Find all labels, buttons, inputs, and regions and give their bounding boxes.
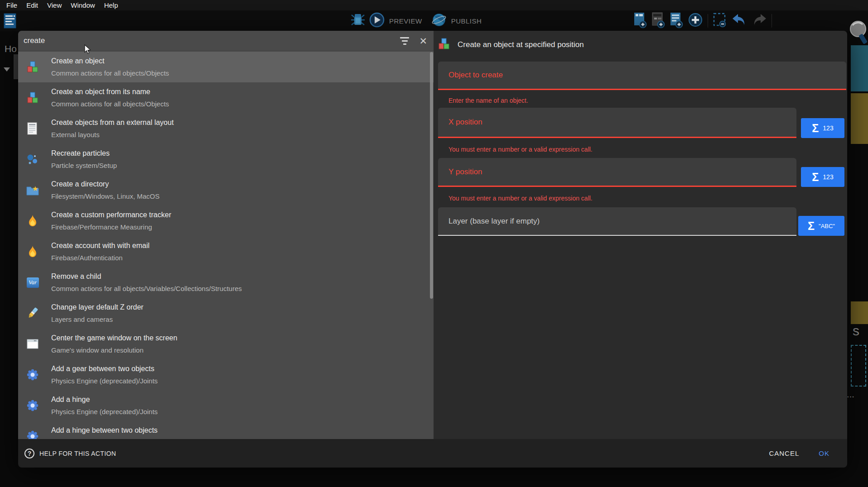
particles-icon — [26, 153, 39, 166]
background-olive-block — [851, 93, 868, 144]
object-to-create-label: Object to create — [448, 71, 503, 80]
result-title: Create an object — [51, 56, 169, 66]
app-window: File Edit View Window Help — [0, 0, 868, 487]
object-helper-text: Enter the name of an object. — [448, 97, 528, 104]
toolbar-center: PREVIEW PUBLISH — [351, 10, 486, 31]
background-olive-block — [851, 301, 868, 324]
action-search-panel: create ✕ Create an object Common actions… — [18, 31, 434, 439]
undo-icon[interactable] — [732, 13, 747, 29]
cancel-button[interactable]: CANCEL — [769, 449, 799, 457]
debugger-icon[interactable] — [351, 13, 365, 29]
help-label: HELP FOR THIS ACTION — [39, 450, 116, 457]
x-error-text: You must enter a number or a valid expre… — [448, 146, 593, 153]
remove-external-layout-icon[interactable] — [713, 12, 727, 29]
result-title: Create a custom performance tracker — [51, 210, 171, 220]
menu-edit[interactable]: Edit — [22, 0, 43, 10]
result-title: Create an object from its name — [51, 87, 169, 96]
project-manager-icon[interactable] — [3, 13, 18, 32]
layer-zorder-icon — [26, 307, 39, 320]
object-to-create-field[interactable]: Object to create — [438, 62, 846, 90]
firebase-icon — [26, 215, 39, 227]
objects-cubes-icon — [438, 38, 450, 52]
result-title: Change layer default Z order — [51, 302, 144, 312]
result-subtitle: Common actions for all objects/Variables… — [51, 284, 242, 293]
toolbar-right — [633, 10, 772, 31]
result-subtitle: External layouts — [51, 130, 174, 139]
publish-icon[interactable] — [431, 12, 447, 29]
menu-file[interactable]: File — [2, 0, 22, 10]
layer-expression-button[interactable]: Σ "ABC" — [798, 216, 844, 236]
search-result-item[interactable]: Create account with with email Firebase/… — [18, 236, 434, 267]
search-result-item[interactable]: Recreate particles Particle system/Setup — [18, 144, 434, 175]
result-subtitle: Firebase/Performance Measuring — [51, 222, 171, 232]
x-position-field[interactable]: X position — [438, 108, 796, 138]
result-title: Center the game window on the screen — [51, 333, 177, 343]
result-subtitle: Physics Engine (deprecated)/Joints — [51, 407, 158, 416]
result-title: Create objects from an external layout — [51, 118, 174, 127]
search-input[interactable]: create — [24, 36, 400, 45]
close-icon[interactable]: ✕ — [419, 36, 427, 46]
x-expression-button[interactable]: Σ 123 — [801, 118, 844, 138]
home-tab-partial: Ho — [5, 43, 17, 54]
dialog-footer: ? HELP FOR THIS ACTION CANCEL OK — [18, 439, 847, 468]
add-scene-icon[interactable] — [633, 12, 647, 30]
menu-view[interactable]: View — [43, 0, 66, 10]
chevron-down-icon — [4, 67, 10, 72]
search-header: create ✕ — [18, 31, 434, 51]
search-result-item[interactable]: Add a gear between two objects Physics E… — [18, 359, 434, 390]
result-subtitle: Filesystem/Windows, Linux, MacOS — [51, 191, 159, 201]
search-result-item[interactable]: Create a custom performance tracker Fire… — [18, 205, 434, 236]
preview-icon[interactable] — [369, 12, 385, 29]
result-subtitle: Firebase/Authentication — [51, 253, 149, 263]
scrollbar-thumb[interactable] — [430, 52, 433, 299]
editor-header: Create an object at specified position — [438, 38, 584, 52]
background-dashed-outline — [851, 345, 866, 387]
background-teal-block — [851, 45, 868, 91]
add-external-events-icon[interactable] — [651, 12, 665, 30]
menu-help[interactable]: Help — [100, 0, 123, 10]
editor-title: Create an object at specified position — [458, 40, 584, 49]
expression-button-label: "ABC" — [819, 223, 835, 229]
search-result-item[interactable]: ★ Create a directory Filesystem/Windows,… — [18, 175, 434, 205]
expression-button-label: 123 — [823, 173, 833, 181]
result-title: Add a hinge between two objects — [51, 425, 158, 435]
filter-icon[interactable] — [400, 37, 409, 45]
y-expression-button[interactable]: Σ 123 — [801, 167, 844, 187]
expression-button-label: 123 — [823, 124, 833, 132]
x-position-label: X position — [448, 118, 482, 127]
add-external-layout-icon[interactable] — [670, 12, 683, 30]
help-for-this-action-button[interactable]: ? HELP FOR THIS ACTION — [24, 449, 769, 458]
search-result-item[interactable]: Change layer default Z order Layers and … — [18, 298, 434, 329]
preview-button[interactable]: PREVIEW — [389, 17, 422, 25]
publish-button[interactable]: PUBLISH — [451, 17, 482, 25]
search-result-item[interactable]: Var Remove a child Common actions for al… — [18, 267, 434, 298]
search-results-list: Create an object Common actions for all … — [18, 52, 434, 439]
sigma-icon: Σ — [812, 172, 819, 183]
svg-text:★: ★ — [32, 185, 38, 192]
firebase-icon — [26, 245, 39, 258]
folder-star-icon: ★ — [26, 184, 39, 196]
result-subtitle: Common actions for all objects/Objects — [51, 68, 169, 78]
search-result-item[interactable]: Add a hinge between two objects Physics … — [18, 421, 434, 439]
search-icon[interactable] — [848, 19, 868, 47]
action-editor-panel: Create an object at specified position O… — [434, 31, 847, 439]
game-window-icon — [26, 338, 39, 350]
toolbar-separator — [708, 14, 708, 28]
add-resource-icon[interactable] — [688, 12, 703, 29]
search-result-item[interactable]: Create an object Common actions for all … — [18, 52, 434, 82]
menu-window[interactable]: Window — [66, 0, 99, 10]
help-icon: ? — [24, 449, 34, 458]
search-result-item[interactable]: Create objects from an external layout E… — [18, 113, 434, 144]
search-result-item[interactable]: Create an object from its name Common ac… — [18, 82, 434, 113]
result-title: Add a hinge — [51, 395, 158, 404]
ok-button[interactable]: OK — [819, 449, 829, 457]
layer-field[interactable]: Layer (base layer if empty) — [438, 207, 796, 236]
y-position-field[interactable]: Y position — [438, 158, 796, 187]
redo-icon[interactable] — [752, 13, 767, 29]
search-result-item[interactable]: Add a hinge Physics Engine (deprecated)/… — [18, 390, 434, 421]
search-result-item[interactable]: Center the game window on the screen Gam… — [18, 329, 434, 359]
result-title: Remove a child — [51, 272, 242, 281]
instruction-editor-dialog: create ✕ Create an object Common actions… — [18, 31, 847, 468]
result-title: Create a directory — [51, 179, 159, 189]
physics-gear-icon — [26, 368, 39, 381]
